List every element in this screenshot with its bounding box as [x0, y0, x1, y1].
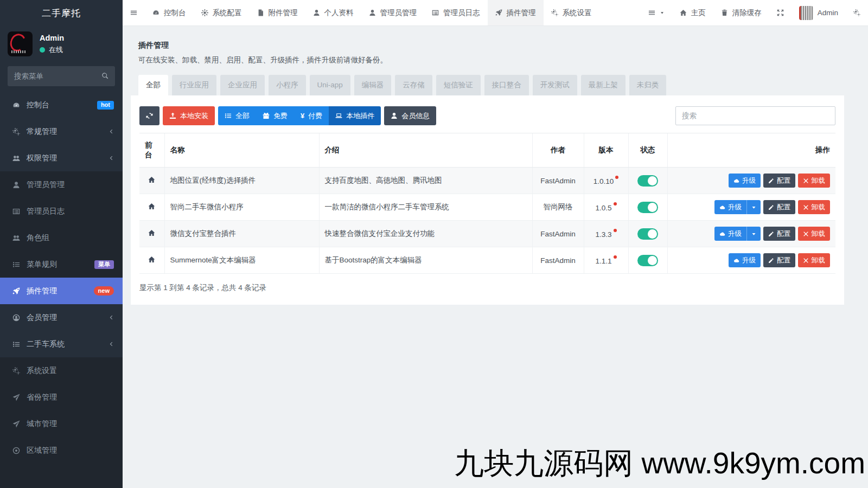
topnav-tab-adminlog[interactable]: 管理员日志 — [424, 0, 488, 25]
upgrade-button[interactable]: 升级 — [714, 200, 761, 214]
uninstall-button[interactable]: 卸载 — [798, 227, 830, 241]
topnav-tab-config[interactable]: 系统配置 — [194, 0, 250, 25]
config-button[interactable]: 配置 — [763, 227, 795, 241]
filter-button[interactable]: 全部 — [218, 106, 256, 125]
filter-button[interactable]: 本地插件 — [329, 106, 381, 125]
close-icon — [803, 178, 809, 184]
topnav-clearcache-button[interactable]: 清除缓存 — [713, 0, 769, 25]
chevron-left-icon — [108, 341, 114, 347]
pencil-icon — [768, 231, 774, 237]
topnav-tab-admin[interactable]: 管理员管理 — [361, 0, 425, 25]
sidebar-item-province[interactable]: 省份管理 — [0, 384, 123, 410]
plugin-version: 1.0.10 — [593, 177, 614, 185]
user-panel: Admin 在线 — [0, 27, 123, 64]
sidebar-item-addon[interactable]: 插件管理new — [0, 278, 123, 304]
tabs-dropdown-button[interactable] — [641, 0, 672, 25]
user-icon — [313, 9, 320, 16]
plugin-name: 地图位置(经纬度)选择插件 — [170, 176, 256, 184]
topnav-tab-label: 附件管理 — [269, 8, 298, 18]
uninstall-button[interactable]: 卸载 — [798, 253, 830, 267]
page-title: 插件管理 — [138, 34, 844, 50]
frontend-home-link[interactable] — [148, 203, 155, 211]
table-row: 微信支付宝整合插件快速整合微信支付宝企业支付功能FastAdmin1.3.3升级… — [139, 221, 835, 247]
plugin-version: 1.1.1 — [595, 257, 611, 265]
users-icon — [12, 155, 21, 162]
sidebar-item-general[interactable]: 常规管理 — [0, 118, 123, 145]
home-icon — [148, 203, 155, 210]
filter-button[interactable]: 免费 — [256, 106, 294, 125]
status-toggle[interactable] — [637, 175, 658, 187]
category-tab[interactable]: Uni-app — [310, 75, 350, 95]
sidebar-item-user[interactable]: 会员管理 — [0, 304, 123, 331]
member-info-button[interactable]: 会员信息 — [384, 106, 436, 125]
category-tab[interactable]: 企业应用 — [220, 75, 265, 95]
category-tab[interactable]: 云存储 — [395, 75, 432, 95]
addon-badge: new — [94, 286, 114, 296]
topnav-tab-profile[interactable]: 个人资料 — [305, 0, 361, 25]
sidebar-item-city[interactable]: 城市管理 — [0, 410, 123, 437]
plugin-search-input[interactable] — [675, 106, 835, 125]
config-label: 配置 — [777, 229, 790, 239]
topnav-tab-attachment[interactable]: 附件管理 — [250, 0, 305, 25]
plugin-intro: 一款简洁的微信小程序二手车管理系统 — [325, 203, 450, 211]
fullscreen-button[interactable] — [769, 0, 792, 25]
frontend-home-link[interactable] — [148, 256, 155, 265]
sidebar-toggle-button[interactable] — [123, 0, 145, 25]
frontend-home-link[interactable] — [148, 177, 155, 185]
topnav-user-menu[interactable]: Admin — [792, 0, 846, 25]
sidebar: 二手摩托 Admin 在线 控制台hot常规管理权限管理管理员管理管理员日志角色… — [0, 0, 123, 488]
status-toggle[interactable] — [637, 202, 658, 213]
config-button[interactable]: 配置 — [763, 253, 795, 267]
config-button[interactable]: 配置 — [763, 174, 795, 188]
category-tab[interactable]: 小程序 — [269, 75, 306, 95]
category-tab[interactable]: 未归类 — [629, 75, 667, 95]
topnav-home-button[interactable]: 主页 — [672, 0, 713, 25]
uninstall-button[interactable]: 卸载 — [798, 200, 830, 214]
sidebar-item-dashboard[interactable]: 控制台hot — [0, 92, 123, 118]
sidebar-item-group[interactable]: 角色组 — [0, 224, 123, 251]
config-button[interactable]: 配置 — [763, 200, 795, 214]
user-avatar[interactable] — [8, 31, 33, 56]
status-toggle[interactable] — [637, 255, 658, 266]
refresh-button[interactable] — [139, 106, 159, 125]
cloud-icon — [733, 258, 739, 264]
settings-gear-button[interactable] — [846, 0, 868, 25]
plugin-version: 1.0.5 — [595, 204, 611, 212]
sidebar-item-car[interactable]: 二手车系统 — [0, 331, 123, 357]
page-description: 可在线安装、卸载、禁用、启用、配置、升级插件，插件升级前请做好备份。 — [138, 55, 844, 65]
category-tab[interactable]: 全部 — [138, 75, 168, 95]
sidebar-item-admin[interactable]: 管理员管理 — [0, 171, 123, 198]
status-toggle[interactable] — [637, 228, 658, 240]
sidebar-item-area[interactable]: 区域管理 — [0, 437, 123, 464]
upgrade-button[interactable]: 升级 — [729, 253, 761, 267]
upgrade-dropdown-toggle[interactable] — [746, 227, 761, 241]
category-tab[interactable]: 行业应用 — [172, 75, 216, 95]
sidebar-search-input[interactable] — [8, 66, 115, 86]
topnav-tab-addon[interactable]: 插件管理 — [488, 0, 544, 25]
category-tab[interactable]: 接口整合 — [484, 75, 529, 95]
sidebar-item-label: 菜单规则 — [27, 260, 57, 269]
upgrade-button[interactable]: 升级 — [729, 174, 761, 188]
topnav-tab-dashboard[interactable]: 控制台 — [145, 0, 194, 25]
sidebar-item-config[interactable]: 系统设置 — [0, 357, 123, 384]
local-install-button[interactable]: 本地安装 — [163, 106, 215, 125]
topnav-username: Admin — [818, 9, 838, 17]
category-tab[interactable]: 短信验证 — [436, 75, 481, 95]
sidebar-item-rule[interactable]: 菜单规则菜单 — [0, 251, 123, 278]
category-tab[interactable]: 编辑器 — [354, 75, 392, 95]
sidebar-item-auth[interactable]: 权限管理 — [0, 145, 123, 171]
category-tab[interactable]: 开发测试 — [533, 75, 577, 95]
plugin-version-cell: 1.1.1 — [584, 247, 628, 274]
topnav-tab-sysconfig[interactable]: 系统设置 — [544, 0, 599, 25]
upgrade-dropdown-toggle[interactable] — [746, 200, 761, 214]
plugin-name-cell: Summernote富文本编辑器 — [164, 247, 319, 274]
category-tab[interactable]: 最新上架 — [581, 75, 626, 95]
uninstall-button[interactable]: 卸载 — [798, 174, 830, 188]
upgrade-button[interactable]: 升级 — [714, 227, 761, 241]
close-icon — [803, 204, 809, 210]
app-window: 二手摩托 Admin 在线 控制台hot常规管理权限管理管理员管理管理员日志角色… — [0, 0, 868, 488]
panel-head: 插件管理 可在线安装、卸载、禁用、启用、配置、升级插件，插件升级前请做好备份。 — [138, 34, 844, 65]
filter-button[interactable]: ¥付费 — [294, 106, 329, 125]
sidebar-item-adminlog[interactable]: 管理员日志 — [0, 198, 123, 224]
frontend-home-link[interactable] — [148, 230, 155, 238]
